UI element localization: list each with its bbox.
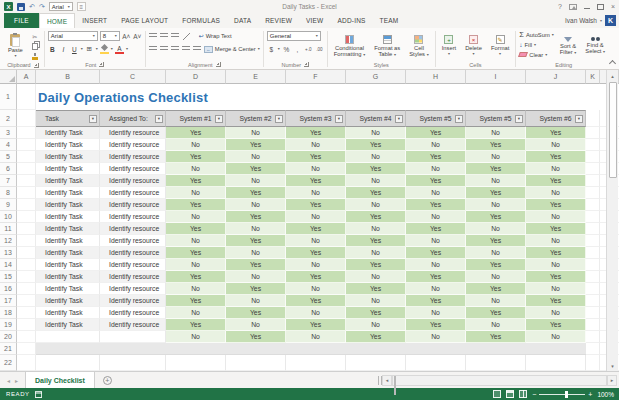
cell-value[interactable]: No (466, 319, 526, 331)
conditional-formatting-button[interactable]: ConditionalFormatting ▾ (331, 30, 368, 61)
cell-value[interactable]: No (466, 175, 526, 187)
cell-value[interactable]: Yes (166, 151, 226, 163)
filter-button[interactable]: ▾ (395, 115, 403, 123)
cell-value[interactable]: No (466, 247, 526, 259)
cell[interactable] (346, 355, 406, 371)
cell[interactable] (586, 271, 600, 283)
cell-value[interactable]: No (286, 139, 346, 151)
column-letter-h[interactable]: H (406, 70, 466, 84)
tab-file[interactable]: FILE (4, 13, 39, 28)
cell-value[interactable]: No (346, 175, 406, 187)
cell-value[interactable]: No (526, 307, 586, 319)
cell-value[interactable]: Yes (466, 139, 526, 151)
table-header-cell[interactable]: Assigned To:▾ (100, 110, 166, 127)
cell-value[interactable]: Yes (406, 319, 466, 331)
cell-task[interactable]: Identify Task (36, 211, 100, 223)
column-letter-c[interactable]: C (100, 70, 166, 84)
cell-value[interactable]: No (286, 331, 346, 343)
row-number[interactable]: 15 (0, 271, 17, 283)
cell-value[interactable]: Yes (346, 163, 406, 175)
cell-value[interactable]: No (226, 175, 286, 187)
horizontal-scrollbar-thumb[interactable] (394, 376, 396, 395)
column-letter-d[interactable]: D (166, 70, 226, 84)
cell-value[interactable]: Yes (466, 331, 526, 343)
cell-task[interactable]: Identify Task (36, 175, 100, 187)
row-number[interactable]: 22 (0, 355, 17, 371)
paste-button[interactable]: Paste ▾ (5, 30, 26, 61)
clear-button[interactable]: Clear▾ (519, 50, 554, 59)
column-letter-e[interactable]: E (226, 70, 286, 84)
cell-value[interactable]: Yes (166, 223, 226, 235)
cell-value[interactable]: Yes (406, 127, 466, 139)
cell-task[interactable]: Identify Task (36, 163, 100, 175)
cell-value[interactable]: No (466, 199, 526, 211)
cell-value[interactable]: Yes (466, 259, 526, 271)
delete-cells-button[interactable]: × Delete▾ (462, 30, 485, 61)
cell[interactable] (17, 307, 36, 319)
borders-button[interactable]: ⊞ (85, 44, 94, 54)
cell-value[interactable]: Yes (286, 247, 346, 259)
cell-value[interactable]: Yes (466, 187, 526, 199)
row-number[interactable]: 9 (0, 199, 17, 211)
ribbon-tab-home[interactable]: HOME (39, 13, 75, 28)
cell[interactable] (586, 235, 600, 247)
cell-value[interactable]: Yes (406, 223, 466, 235)
row-number[interactable]: 8 (0, 187, 17, 199)
font-color-button[interactable]: A (115, 44, 124, 54)
cell-value[interactable]: Yes (406, 271, 466, 283)
row-number[interactable]: 10 (0, 211, 17, 223)
cell[interactable] (17, 84, 36, 110)
cell[interactable] (586, 211, 600, 223)
ribbon-tab-data[interactable]: DATA (227, 13, 258, 28)
cell-value[interactable]: No (166, 259, 226, 271)
qat-extra-button[interactable]: ≡ (77, 2, 86, 11)
cell[interactable] (586, 307, 600, 319)
decrease-indent-button[interactable] (182, 44, 191, 54)
scroll-up-icon[interactable]: ▴ (607, 70, 618, 81)
cell-value[interactable]: Yes (346, 283, 406, 295)
undo-button[interactable]: ↶ (29, 2, 35, 11)
column-letter-j[interactable]: J (526, 70, 586, 84)
normal-view-button[interactable] (493, 390, 501, 398)
cell-value[interactable]: Yes (346, 259, 406, 271)
cell-assigned[interactable]: Identify resource (100, 127, 166, 139)
font-dialog-launcher[interactable] (99, 62, 104, 67)
fill-button[interactable]: ↓Fill▾ (519, 40, 554, 49)
cell-value[interactable]: Yes (526, 247, 586, 259)
cell[interactable] (17, 295, 36, 307)
cell-value[interactable]: No (346, 151, 406, 163)
number-format-combo[interactable]: General▾ (267, 31, 321, 41)
cell-assigned[interactable]: Identify resource (100, 223, 166, 235)
row-number[interactable]: 4 (0, 139, 17, 151)
filter-button[interactable]: ▾ (155, 115, 163, 123)
cell[interactable] (586, 355, 600, 371)
cell-task[interactable]: Identify Task (36, 319, 100, 331)
cell-assigned[interactable]: Identify resource (100, 283, 166, 295)
cell-value[interactable]: No (166, 307, 226, 319)
row-number[interactable]: 5 (0, 151, 17, 163)
cell-value[interactable]: Yes (226, 211, 286, 223)
cell[interactable] (586, 199, 600, 211)
column-letter-g[interactable]: G (346, 70, 406, 84)
cell-task[interactable]: Identify Task (36, 139, 100, 151)
cell-value[interactable]: No (346, 295, 406, 307)
cell[interactable] (526, 355, 586, 371)
cell-value[interactable]: Yes (166, 319, 226, 331)
orientation-button[interactable] (182, 31, 191, 41)
cell-value[interactable]: No (526, 331, 586, 343)
row-number[interactable]: 19 (0, 319, 17, 331)
cell-value[interactable]: No (226, 319, 286, 331)
maximize-button[interactable] (597, 4, 604, 10)
cell-value[interactable]: No (166, 139, 226, 151)
cell-value[interactable]: Yes (526, 151, 586, 163)
cell[interactable] (586, 175, 600, 187)
row-number[interactable]: 2 (0, 110, 17, 127)
comma-style-button[interactable]: , (293, 44, 302, 54)
cell-task[interactable]: Identify Task (36, 223, 100, 235)
zoom-slider[interactable] (539, 394, 585, 395)
accounting-format-button[interactable]: $ (267, 44, 276, 54)
cell-value[interactable]: No (226, 223, 286, 235)
cell-value[interactable]: No (226, 199, 286, 211)
cell[interactable] (17, 343, 36, 355)
cell[interactable] (17, 223, 36, 235)
